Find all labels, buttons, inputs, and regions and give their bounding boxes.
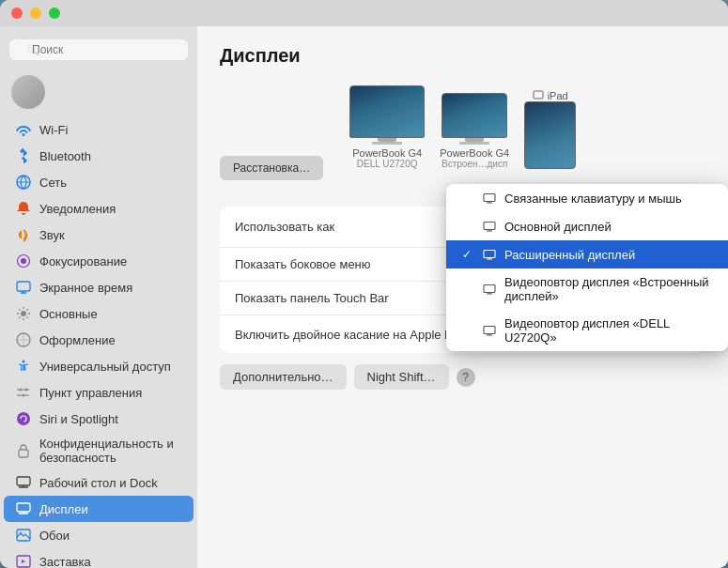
screentime-icon <box>15 279 32 296</box>
appearance-icon <box>15 331 32 348</box>
sidebar-item-desktop[interactable]: Рабочий стол и Dock <box>4 469 194 496</box>
sidebar-label-displays: Дисплеи <box>39 502 88 516</box>
display-label-pb2: PowerBook G4 <box>440 147 509 159</box>
help-button[interactable]: ? <box>457 368 475 387</box>
displays-row: PowerBook G4 DELL U2720Q PowerBook G4 Вс… <box>331 85 576 169</box>
sidebar-item-notifications[interactable]: Уведомления <box>4 195 194 222</box>
sidebar-item-siri[interactable]: Siri и Spotlight <box>4 406 194 432</box>
dropdown-label-extended: Расширенный дисплей <box>504 248 635 262</box>
desktop-icon <box>15 474 32 491</box>
sidebar-label-privacy: Конфиденциальность и безопасность <box>39 437 182 465</box>
display-thumb-pb2: PowerBook G4 Встроен…дисп <box>440 93 509 169</box>
svg-rect-27 <box>484 284 495 292</box>
dropdown-menu: Связанные клавиатуру и мышь Основной дис… <box>446 184 728 351</box>
ipad-label-row: iPad <box>533 90 568 101</box>
sidebar-item-network[interactable]: Сеть <box>4 169 194 195</box>
pencil-label: Включить двойное касание на Apple Pencil <box>235 328 478 342</box>
sidebar-item-sound[interactable]: Звук <box>4 222 194 248</box>
svg-point-7 <box>20 389 23 391</box>
display-thumb-ipad: iPad <box>524 90 576 169</box>
svg-point-4 <box>21 311 26 316</box>
content-area: Дисплеи Расстановка… PowerBook G4 DELL U… <box>197 26 728 568</box>
search-container: 🔍 <box>0 34 197 68</box>
sidebar-item-bluetooth[interactable]: Bluetooth <box>4 143 194 169</box>
sidebar-item-focus[interactable]: Фокусирование <box>4 248 194 274</box>
svg-rect-26 <box>484 250 495 257</box>
sidebar-label-wallpaper: Обои <box>39 529 70 543</box>
svg-rect-17 <box>17 503 30 512</box>
side-menu-label: Показать боковое меню <box>235 257 371 271</box>
accessibility-icon <box>15 358 32 375</box>
sidebar-label-siri: Siri и Spotlight <box>39 412 118 426</box>
sidebar-item-wifi[interactable]: Wi-Fi <box>4 116 194 143</box>
svg-point-14 <box>17 412 30 425</box>
svg-rect-25 <box>484 222 495 229</box>
focus-icon <box>15 253 32 269</box>
close-button[interactable] <box>11 8 23 19</box>
control-icon <box>15 384 32 401</box>
monitor-icon-md <box>482 323 497 338</box>
sidebar-item-wallpaper[interactable]: Обои <box>4 522 194 548</box>
sidebar-item-accessibility[interactable]: Универсальный доступ <box>4 353 194 379</box>
night-shift-button[interactable]: Night Shift… <box>354 364 449 390</box>
sidebar-label-screentime: Экранное время <box>39 281 132 295</box>
sound-icon <box>15 226 32 243</box>
display-label-pb1: PowerBook G4 <box>352 147 422 159</box>
monitor-icon-main <box>482 219 497 234</box>
sidebar-item-displays[interactable]: Дисплеи <box>4 496 194 522</box>
monitor-icon-mb <box>482 282 497 297</box>
display-sublabel-pb1: DELL U2720Q <box>357 159 418 169</box>
display-base-pb2 <box>459 142 489 145</box>
network-icon <box>15 174 32 191</box>
notifications-icon <box>15 200 32 217</box>
sidebar-item-general[interactable]: Основные <box>4 300 194 327</box>
search-input[interactable] <box>9 39 188 60</box>
bluetooth-icon <box>15 147 32 164</box>
svg-rect-16 <box>17 477 30 485</box>
monitor-icon-extended <box>482 247 497 262</box>
display-sublabel-pb2: Встроен…дисп <box>441 159 507 169</box>
sidebar-label-control: Пункт управления <box>39 386 142 400</box>
sidebar-label-appearance: Оформление <box>39 333 116 347</box>
svg-point-19 <box>20 532 22 534</box>
dropdown-item-mirror-dell[interactable]: Видеоповтор дисплея «DELL U2720Q» <box>446 310 728 351</box>
arrangement-button[interactable]: Расстановка… <box>220 156 323 180</box>
monitor-icon-km <box>482 191 497 206</box>
svg-rect-3 <box>17 282 30 291</box>
general-icon <box>15 305 32 322</box>
display-base-pb1 <box>372 142 402 145</box>
main-window: 🔍 Wi-Fi Bluetooth <box>0 0 728 568</box>
svg-point-6 <box>23 361 25 363</box>
dropdown-label-main: Основной дисплей <box>504 220 612 234</box>
svg-rect-15 <box>19 450 28 457</box>
touch-bar-label: Показать панель Touch Bar <box>235 291 389 305</box>
sidebar-label-desktop: Рабочий стол и Dock <box>39 476 158 490</box>
dropdown-item-main-display[interactable]: Основной дисплей <box>446 212 728 240</box>
sidebar-item-screensaver[interactable]: Заставка <box>4 548 194 568</box>
display-screen-pb2 <box>441 93 507 138</box>
minimize-button[interactable] <box>30 8 41 19</box>
sidebar-label-general: Основные <box>39 307 98 321</box>
sidebar-item-screentime[interactable]: Экранное время <box>4 274 194 300</box>
sidebar-label-screensaver: Заставка <box>39 555 91 569</box>
sidebar-item-privacy[interactable]: Конфиденциальность и безопасность <box>4 432 194 469</box>
sidebar-item-appearance[interactable]: Оформление <box>4 327 194 353</box>
sidebar: 🔍 Wi-Fi Bluetooth <box>0 26 197 568</box>
screensaver-icon <box>15 553 32 568</box>
use-as-label: Использовать как <box>235 220 334 234</box>
display-screen-ipad <box>524 101 576 169</box>
dropdown-item-extended[interactable]: ✓ Расширенный дисплей <box>446 240 728 269</box>
avatar <box>11 75 45 109</box>
dropdown-item-keyboard-mouse[interactable]: Связанные клавиатуру и мышь <box>446 184 728 212</box>
displays-icon <box>15 500 32 517</box>
svg-rect-24 <box>484 193 495 201</box>
display-screen-pb1 <box>349 85 425 138</box>
additional-button[interactable]: Дополнительно… <box>220 364 347 390</box>
svg-rect-23 <box>534 91 543 99</box>
dropdown-item-mirror-builtin[interactable]: Видеоповтор дисплея «Встроенный дисплей» <box>446 269 728 310</box>
user-section <box>0 68 197 116</box>
maximize-button[interactable] <box>49 8 60 19</box>
sidebar-item-control[interactable]: Пункт управления <box>4 379 194 406</box>
sidebar-label-notifications: Уведомления <box>39 202 116 216</box>
sidebar-label-focus: Фокусирование <box>39 254 127 269</box>
